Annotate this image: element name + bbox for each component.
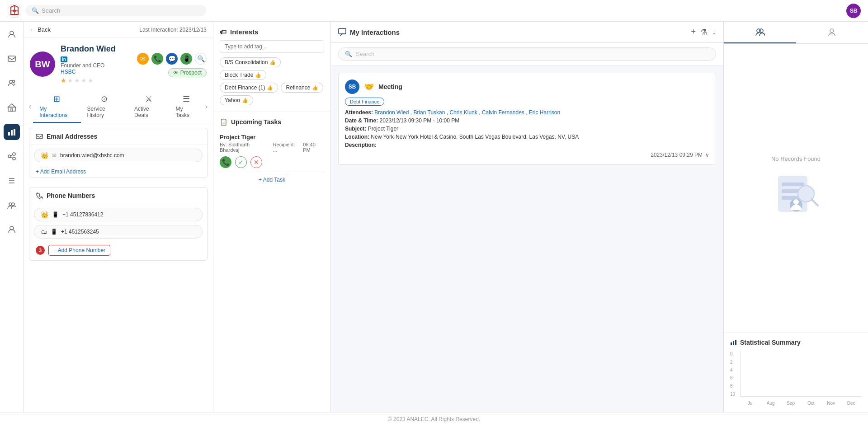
- svg-point-27: [760, 29, 763, 33]
- svg-point-28: [830, 29, 834, 33]
- tag-block-thumb[interactable]: 👍: [255, 72, 261, 78]
- group-icon: [755, 27, 765, 37]
- svg-point-15: [13, 157, 15, 160]
- back-button[interactable]: ← Back: [30, 26, 51, 33]
- filter-icon[interactable]: ⚗: [700, 27, 708, 37]
- task-close-btn[interactable]: ✕: [250, 156, 262, 168]
- nav-list-icon[interactable]: [4, 173, 20, 189]
- nav-links-icon[interactable]: [4, 148, 20, 164]
- interactions-header-actions: + ⚗ ↓: [691, 27, 716, 37]
- contact-linkedin: in: [61, 56, 132, 62]
- last-interaction: Last Interaction: 2023/12/13: [139, 27, 207, 33]
- search-icon: 🔍: [32, 7, 39, 14]
- no-records-illustration: [769, 167, 823, 221]
- add-phone-button[interactable]: + Add Phone Number: [48, 245, 110, 256]
- tab-active-deals[interactable]: ⚔ Active Deals: [128, 90, 169, 123]
- svg-point-3: [13, 9, 16, 12]
- x-label-dec: Dec: [843, 401, 860, 406]
- interests-title: 🏷 Interests: [220, 28, 324, 36]
- star-3[interactable]: ★: [74, 77, 80, 84]
- star-1[interactable]: ★: [61, 77, 66, 84]
- interaction-description: Description:: [345, 142, 709, 148]
- user-avatar[interactable]: SB: [846, 4, 861, 18]
- tag-refinance-thumb[interactable]: 👍: [312, 85, 318, 91]
- tab-my-tasks[interactable]: ☰ My Tasks: [169, 90, 203, 123]
- tag-block-label: Block Trade: [225, 72, 253, 78]
- linkedin-icon: in: [61, 56, 67, 62]
- tag-debt-finance: Debt Finance (1) 👍: [220, 83, 278, 93]
- tag-bs-thumb[interactable]: 👍: [269, 60, 276, 66]
- datetime-value: 2023/12/13 09:30 PM - 10:00 PM: [379, 117, 459, 124]
- svg-rect-31: [782, 189, 800, 193]
- phone-row-1: 👑 📱 +1 45127836412: [34, 208, 203, 221]
- nav-person-icon[interactable]: [4, 221, 20, 238]
- email-action-icon[interactable]: ✉: [137, 53, 149, 65]
- chat-action-icon[interactable]: 💬: [166, 53, 178, 65]
- tag-debt-thumb[interactable]: 👍: [267, 85, 273, 91]
- interaction-avatar-0: SB: [345, 80, 359, 94]
- star-2[interactable]: ★: [67, 77, 73, 84]
- phone-icon-2: 🗂: [41, 228, 47, 235]
- right-tab-person[interactable]: [796, 22, 868, 43]
- y-label-5: 0: [730, 351, 738, 356]
- interests-tag-input[interactable]: [220, 40, 324, 53]
- interaction-attendees: Attendees: Brandon Wied , Brian Tuskan ,…: [345, 109, 709, 116]
- tab-my-interactions[interactable]: ⊞ My Interactions: [33, 90, 80, 123]
- star-5[interactable]: ★: [88, 77, 94, 84]
- datetime-label: Date & Time:: [345, 117, 378, 124]
- task-phone-btn[interactable]: 📞: [220, 156, 231, 168]
- nav-teams-icon[interactable]: [4, 197, 20, 213]
- phone-action-icon[interactable]: 📞: [151, 53, 163, 65]
- interaction-top-0: SB 🤝 Meeting: [345, 80, 709, 94]
- phone-value-2: +1 4512563245: [61, 229, 99, 235]
- task-recipient-0: Recipient: ...: [273, 142, 301, 153]
- svg-rect-5: [8, 56, 15, 61]
- phone-mobile-icon-2: 📱: [51, 229, 57, 235]
- y-label-1: 8: [730, 384, 738, 389]
- profile-search-icon[interactable]: 🔍: [195, 53, 207, 65]
- nav-contact-icon[interactable]: [4, 26, 20, 42]
- contact-actions: ✉ 📞 💬 📱 🔍: [137, 53, 207, 65]
- topbar-search-box[interactable]: 🔍 Search: [25, 5, 206, 16]
- svg-point-13: [8, 155, 11, 158]
- interests-label: Interests: [230, 28, 259, 36]
- nav-email-icon[interactable]: [4, 51, 20, 67]
- tabs-scroll-right[interactable]: ›: [203, 101, 209, 112]
- sort-icon[interactable]: ↓: [712, 27, 716, 37]
- contact-company[interactable]: HSBC: [61, 69, 132, 75]
- interaction-timestamp-0[interactable]: 2023/12/13 09:29 PM ∨: [345, 152, 709, 158]
- tag-yahoo-thumb[interactable]: 👍: [242, 98, 248, 103]
- task-check-btn[interactable]: ✓: [235, 156, 247, 168]
- tab-my-interactions-label: My Interactions: [39, 106, 74, 118]
- nav-contacts-icon[interactable]: [4, 75, 20, 91]
- middle-panel: 🏷 Interests B/S Consolidation 👍 Block Tr…: [213, 22, 331, 412]
- location-value: New York-New York Hotel & Casino, South …: [371, 134, 579, 140]
- phone2-action-icon[interactable]: 📱: [180, 53, 192, 65]
- add-interaction-icon[interactable]: +: [691, 27, 696, 37]
- tag-refinance: Refinance 👍: [281, 83, 323, 93]
- tab-service-history-icon: ⊙: [101, 94, 108, 104]
- tabs-scroll-left[interactable]: ‹: [27, 101, 33, 112]
- tab-active-deals-icon: ⚔: [145, 94, 152, 104]
- nav-analytics-icon[interactable]: [4, 124, 20, 140]
- tag-yahoo: Yahoo 👍: [220, 95, 253, 105]
- x-label-oct: Oct: [802, 401, 820, 406]
- phone-section: Phone Numbers 👑 📱 +1 45127836412 🗂 📱 +1 …: [29, 187, 208, 261]
- description-label: Description:: [345, 142, 377, 148]
- right-tab-group[interactable]: [724, 22, 796, 43]
- tasks-icon: 📋: [220, 118, 227, 126]
- phone-section-header: Phone Numbers: [29, 187, 207, 204]
- tag-bs-label: B/S Consolidation: [225, 59, 268, 66]
- email-section-icon: [36, 133, 43, 140]
- contact-avatar: BW: [30, 51, 55, 77]
- add-email-link[interactable]: + Add Email Address: [29, 166, 207, 178]
- svg-rect-30: [782, 183, 804, 186]
- add-task-link[interactable]: + Add Task: [220, 177, 324, 183]
- tab-service-history[interactable]: ⊙ Service History: [81, 90, 128, 123]
- phone-section-title: Phone Numbers: [47, 192, 95, 199]
- star-4[interactable]: ★: [81, 77, 87, 84]
- nav-bank-icon[interactable]: [4, 99, 20, 116]
- task-item-0: Project Tiger By: Siddharth Bhardvaj Rec…: [220, 130, 324, 172]
- interactions-search-input[interactable]: [378, 51, 709, 57]
- interaction-meeting-icon: 🤝: [364, 82, 374, 92]
